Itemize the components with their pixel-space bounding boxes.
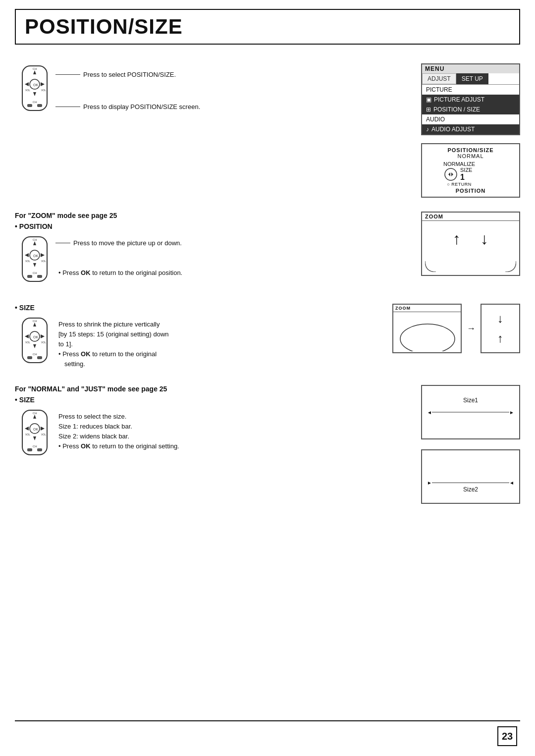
size-row: SIZE 1 bbox=[443, 167, 475, 182]
section1: CH OK VOL VOL CH bbox=[15, 63, 520, 198]
menu-item-position-size: ⊞ POSITION / SIZE bbox=[422, 105, 519, 114]
remote-control-zoom-icon: CH OK VOL VOL CH bbox=[15, 234, 54, 289]
zoom-connector1 bbox=[55, 243, 70, 243]
svg-marker-1 bbox=[33, 70, 36, 74]
zoom-corner-left bbox=[425, 261, 436, 272]
zoom-corners bbox=[422, 261, 519, 272]
audio-adjust-icon: ♪ bbox=[426, 126, 429, 133]
svg-text:CH: CH bbox=[33, 67, 37, 70]
normal-instruction-block: Press to select the size. Size 1: reduce… bbox=[58, 408, 179, 450]
picture-adjust-icon: ▣ bbox=[426, 96, 431, 103]
svg-text:OK: OK bbox=[33, 335, 38, 339]
svg-marker-38 bbox=[33, 344, 36, 348]
menu-item-picture-adjust: ▣ PICTURE ADJUST bbox=[422, 95, 519, 105]
zoom-box: ZOOM ↑ ↓ bbox=[421, 212, 520, 276]
svg-marker-7 bbox=[41, 82, 45, 86]
svg-marker-5 bbox=[25, 82, 29, 86]
size-instr2: [by 15 steps: 15 (original setting) down bbox=[58, 330, 169, 338]
pos-menu-sub: NORMAL bbox=[426, 153, 515, 159]
size2-horiz-line bbox=[432, 483, 509, 483]
zoom-box-label: ZOOM bbox=[422, 213, 519, 221]
position-bullet: • POSITION bbox=[15, 222, 406, 230]
pos-position-label: POSITION bbox=[426, 188, 515, 194]
normal-instr2: Size 1: reduces black bar. bbox=[58, 423, 179, 430]
svg-marker-52 bbox=[33, 436, 36, 440]
menu-item-picture: PICTURE bbox=[422, 85, 519, 95]
svg-text:VOL: VOL bbox=[41, 260, 46, 263]
size-instr3: to 1]. bbox=[58, 340, 169, 348]
svg-rect-55 bbox=[37, 448, 42, 451]
svg-marker-25 bbox=[33, 263, 36, 267]
section3: • SIZE CH OK VOL VOL CH bbox=[15, 304, 520, 370]
section4-left: For "NORMAL" and "JUST" mode see page 25… bbox=[15, 385, 406, 462]
svg-rect-11 bbox=[27, 104, 32, 107]
size-value: 1 bbox=[460, 173, 472, 182]
pos-circle-icon bbox=[443, 167, 458, 182]
menu-item-position-size-text: POSITION / SIZE bbox=[433, 106, 480, 113]
section3-right: ZOOM → ↓ ↑ bbox=[392, 304, 520, 353]
svg-text:VOL: VOL bbox=[25, 260, 30, 263]
normalize-label: NORMALIZE SIZE 1 bbox=[443, 161, 475, 187]
normalize-text: NORMALIZE bbox=[443, 161, 475, 167]
zoom-label1-text: Press to move the picture up or down. bbox=[73, 239, 182, 247]
section2: For "ZOOM" mode see page 25 • POSITION C… bbox=[15, 212, 520, 289]
svg-rect-12 bbox=[37, 104, 42, 107]
svg-marker-9 bbox=[33, 92, 36, 96]
bottom-divider bbox=[15, 720, 520, 721]
connector-line2 bbox=[55, 107, 80, 107]
svg-marker-48 bbox=[25, 427, 29, 431]
section4: For "NORMAL" and "JUST" mode see page 25… bbox=[15, 385, 520, 504]
zoom-down-arrow-icon: ↓ bbox=[481, 230, 488, 248]
connector-line1 bbox=[55, 74, 80, 75]
zoom-label2-text: • Press OK to return to the original pos… bbox=[58, 269, 182, 276]
size1-diagram: ◄ ► Size1 bbox=[421, 385, 520, 439]
svg-marker-30 bbox=[33, 323, 36, 326]
menu-tab-adjust: ADJUST bbox=[422, 73, 456, 84]
normal-instr1: Press to select the size. bbox=[58, 413, 179, 420]
zoom-arrow-group: ↑ ↓ bbox=[453, 230, 488, 248]
size-bullet: • SIZE bbox=[15, 304, 377, 312]
zoom-up-arrow-icon: ↑ bbox=[453, 230, 461, 248]
menu-item-audio: AUDIO bbox=[422, 114, 519, 124]
zoom-label2-item: • Press OK to return to the original pos… bbox=[55, 269, 182, 276]
size-instr1: Press to shrink the picture vertically bbox=[58, 321, 169, 328]
svg-marker-17 bbox=[33, 241, 36, 245]
page-number: 23 bbox=[497, 726, 517, 746]
svg-rect-41 bbox=[37, 356, 42, 359]
svg-point-42 bbox=[400, 324, 455, 351]
size1-left-arrowhead: ◄ bbox=[427, 410, 432, 415]
size-remote-group: CH OK VOL VOL CH Press to shrink the pic… bbox=[15, 316, 377, 370]
svg-text:OK: OK bbox=[33, 83, 38, 87]
svg-text:CH: CH bbox=[33, 353, 37, 356]
size2-right-arrowhead: ◄ bbox=[509, 480, 514, 486]
svg-rect-40 bbox=[27, 356, 32, 359]
size-arrow-box: ↓ ↑ bbox=[481, 304, 520, 353]
down-arrow-icon: ↓ bbox=[497, 312, 503, 325]
zoom-corner-right bbox=[505, 261, 516, 272]
svg-marker-44 bbox=[33, 415, 36, 419]
pos-menu-normalize: NORMALIZE SIZE 1 bbox=[426, 161, 515, 187]
svg-rect-28 bbox=[37, 275, 42, 278]
pos-return-label: ○ RETURN bbox=[443, 182, 475, 187]
size-zoom-label: ZOOM bbox=[393, 305, 461, 312]
menu-box: MENU ADJUST SET UP PICTURE ▣ PICTURE ADJ… bbox=[421, 63, 520, 135]
size2-left-arrowhead: ► bbox=[427, 480, 432, 486]
svg-text:VOL: VOL bbox=[25, 341, 30, 344]
remote-labels-group: CH OK VOL VOL CH bbox=[15, 63, 406, 118]
remote-control-icon: CH OK VOL VOL CH bbox=[15, 63, 54, 118]
size1-horiz-line bbox=[432, 412, 509, 413]
size-zoom-box: ZOOM bbox=[392, 304, 462, 353]
size-instruction-block: Press to shrink the picture vertically [… bbox=[58, 316, 169, 368]
normal-instr4: • Press OK to return to the original set… bbox=[58, 442, 179, 450]
size-instr4: • Press OK to return to the original bbox=[58, 350, 169, 358]
zoom-position-remote: CH OK VOL VOL CH Press to move the pict bbox=[15, 234, 406, 289]
svg-marker-36 bbox=[41, 334, 45, 338]
normal-just-header: For "NORMAL" and "JUST" mode see page 25 bbox=[15, 385, 406, 393]
normal-size-remote-group: CH OK VOL VOL CH Press to select the siz… bbox=[15, 408, 406, 462]
svg-text:VOL: VOL bbox=[41, 341, 46, 344]
svg-text:CH: CH bbox=[33, 320, 37, 323]
menu-item-audio-adjust: ♪ AUDIO ADJUST bbox=[422, 124, 519, 134]
svg-point-13 bbox=[445, 168, 457, 180]
label1-item: Press to select POSITION/SIZE. bbox=[55, 71, 200, 78]
svg-marker-14 bbox=[448, 172, 450, 176]
